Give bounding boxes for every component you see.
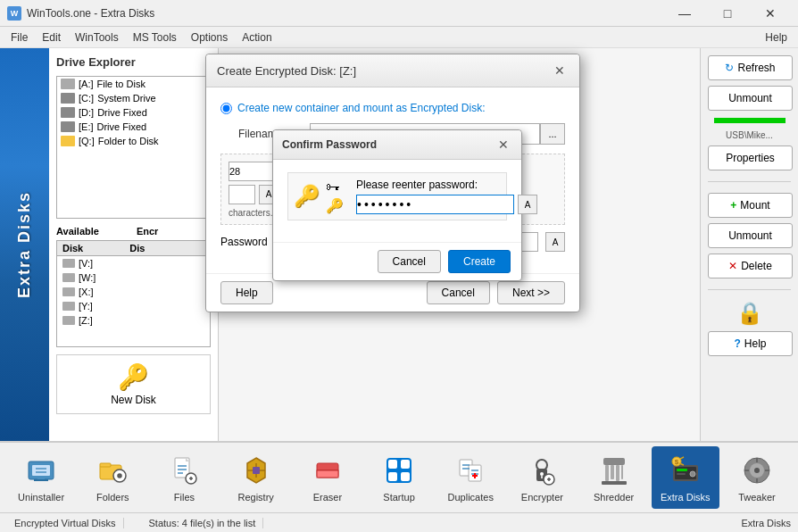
avail-item-w[interactable]: [W:]: [57, 270, 210, 285]
menu-mstools[interactable]: MS Tools: [126, 29, 184, 46]
drive-icon-a: [61, 79, 75, 89]
app-icon: W: [7, 6, 21, 21]
tool-eraser[interactable]: Eraser: [294, 446, 362, 509]
tool-duplicates[interactable]: Duplicates: [436, 446, 504, 509]
delete-button[interactable]: ✕ Delete: [708, 254, 793, 278]
files-icon: [166, 453, 202, 488]
minimize-button[interactable]: —: [664, 0, 705, 27]
drive-type-d: Drive Fixed: [97, 107, 147, 118]
avail-letter-v: [V:]: [79, 258, 93, 269]
menu-file[interactable]: File: [4, 29, 35, 46]
tool-shredder-label: Shredder: [594, 492, 634, 503]
title-bar-controls: — □ ✕: [664, 0, 791, 27]
drive-list[interactable]: [A:] File to Disk [C:] System Drive [D:]…: [56, 76, 211, 219]
tool-uninstaller[interactable]: Uninstaller: [7, 446, 75, 509]
help-right-button[interactable]: ? Help: [708, 331, 793, 356]
svg-rect-49: [603, 458, 625, 465]
sidebar-text: Extra Disks: [15, 191, 34, 298]
avail-icon-y: [62, 302, 75, 311]
password-a-button[interactable]: A: [545, 232, 565, 252]
mount-button[interactable]: + Mount: [708, 193, 793, 218]
svg-rect-67: [756, 458, 758, 462]
tool-extra-disks[interactable]: $ Extra Disks: [652, 446, 719, 509]
svg-rect-50: [605, 465, 609, 481]
tool-encrypter-label: Encrypter: [521, 492, 563, 503]
cancel-confirm-button[interactable]: Cancel: [378, 250, 441, 273]
svg-point-44: [540, 472, 544, 476]
key-icon3: 🔑: [326, 197, 344, 214]
refresh-button[interactable]: ↻ Refresh: [708, 55, 793, 80]
svg-rect-3: [34, 479, 48, 481]
close-button[interactable]: ✕: [750, 0, 791, 27]
tool-shredder[interactable]: Shredder: [580, 446, 648, 509]
confirm-password-dialog: Confirm Password ✕ 🔑 🗝 🔑 Please reenter …: [272, 129, 522, 281]
help-dialog-button[interactable]: Help: [220, 281, 273, 304]
uninstaller-icon: [23, 453, 59, 488]
browse-button[interactable]: ...: [540, 123, 565, 145]
svg-rect-33: [401, 472, 410, 481]
next-button[interactable]: Next >>: [497, 281, 565, 304]
confirm-dialog-close-button[interactable]: ✕: [495, 136, 512, 154]
tool-tweaker-label: Tweaker: [738, 492, 776, 503]
new-disk-icon: 🔑: [118, 362, 149, 392]
question-icon: ?: [734, 337, 740, 350]
menu-edit[interactable]: Edit: [35, 29, 68, 46]
available-label: Available: [56, 226, 99, 237]
password-entry-area: Please reenter password: A: [356, 179, 537, 214]
tool-folders[interactable]: Folders: [79, 446, 146, 509]
radio-create-new[interactable]: [220, 103, 232, 114]
available-section: Available Encr Disk Dis [V:] [W:]: [56, 226, 211, 347]
properties-button[interactable]: Properties: [708, 145, 793, 170]
tool-files-label: Files: [174, 492, 195, 503]
avail-item-v[interactable]: [V:]: [57, 256, 210, 270]
drive-item-c[interactable]: [C:] System Drive: [57, 91, 210, 105]
unmount-top-button[interactable]: Unmount: [708, 86, 793, 111]
tool-folders-label: Folders: [96, 492, 129, 503]
svg-rect-69: [744, 470, 749, 471]
unmount-button[interactable]: Unmount: [708, 223, 793, 248]
tool-files[interactable]: Files: [150, 446, 218, 509]
drive-item-d[interactable]: [D:] Drive Fixed: [57, 105, 210, 120]
menu-wintools[interactable]: WinTools: [68, 29, 126, 46]
tool-tweaker[interactable]: Tweaker: [723, 446, 791, 509]
toolbar: Uninstaller Folders: [0, 441, 798, 512]
disk-path-label: USB\Mike...: [708, 130, 791, 140]
title-bar: W WinTools.one - Extra Disks — □ ✕: [0, 0, 798, 27]
avail-item-z[interactable]: [Z:]: [57, 313, 210, 328]
confirm-a-button[interactable]: A: [518, 195, 537, 214]
drive-item-a[interactable]: [A:] File to Disk: [57, 77, 210, 91]
avail-item-y[interactable]: [Y:]: [57, 299, 210, 313]
tool-registry[interactable]: Registry: [222, 446, 290, 509]
svg-rect-32: [388, 472, 397, 481]
cancel-dialog-button[interactable]: Cancel: [427, 281, 490, 304]
confirm-dialog-title-text: Confirm Password: [282, 138, 377, 151]
menu-help[interactable]: Help: [758, 29, 794, 46]
drive-explorer: Drive Explorer [A:] File to Disk [C:] Sy…: [49, 48, 219, 441]
drive-explorer-title: Drive Explorer: [56, 55, 211, 69]
confirm-password-input[interactable]: [356, 195, 514, 214]
fs-size-input[interactable]: [229, 185, 255, 204]
duplicates-icon: [453, 453, 488, 488]
key-icon: 🔑: [294, 184, 320, 209]
sidebar-label: Extra Disks: [0, 48, 49, 441]
create-confirm-button[interactable]: Create: [448, 250, 511, 273]
drive-item-e[interactable]: [E:] Drive Fixed: [57, 120, 210, 134]
avail-letter-z: [Z:]: [79, 315, 93, 326]
available-list[interactable]: Disk Dis [V:] [W:] [X:] [Y:]: [56, 240, 211, 347]
menu-options[interactable]: Options: [184, 29, 235, 46]
tool-startup[interactable]: Startup: [365, 446, 433, 509]
svg-line-62: [680, 457, 684, 459]
tool-encrypter[interactable]: Encrypter: [508, 446, 576, 509]
menu-action[interactable]: Action: [235, 29, 278, 46]
drive-item-q[interactable]: [Q:] Folder to Disk: [57, 134, 210, 148]
tool-eraser-label: Eraser: [313, 492, 342, 503]
svg-rect-2: [37, 476, 45, 479]
extra-disks-icon: $: [668, 453, 703, 488]
plus-icon: +: [730, 199, 736, 212]
dialog-close-button[interactable]: ✕: [551, 62, 569, 79]
svg-rect-70: [765, 470, 769, 471]
new-disk-label: New Disk: [111, 394, 156, 406]
avail-item-x[interactable]: [X:]: [57, 285, 210, 299]
new-disk-button[interactable]: 🔑 New Disk: [56, 354, 211, 414]
maximize-button[interactable]: □: [707, 0, 748, 27]
